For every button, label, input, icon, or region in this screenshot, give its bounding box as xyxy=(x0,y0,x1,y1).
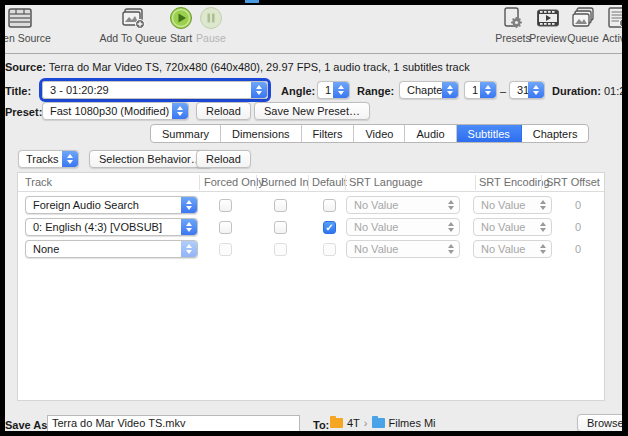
track-popup-chevrons-icon xyxy=(181,197,197,213)
srt-encoding-chevrons-icon xyxy=(535,197,551,213)
srt-language-chevrons-icon xyxy=(443,241,459,257)
title-popup[interactable]: 3 - 01:20:29 xyxy=(42,81,268,99)
tracks-popup-value: Tracks xyxy=(19,153,62,165)
range-dash: – xyxy=(500,85,506,97)
reload-preset-button[interactable]: Reload xyxy=(196,102,251,120)
srt-language-popup[interactable]: No Value xyxy=(346,196,460,214)
srt-encoding-value: No Value xyxy=(474,221,535,233)
save-as-field[interactable]: Terra do Mar Video TS.mkv xyxy=(47,415,300,432)
range-type-popup[interactable]: Chapters xyxy=(399,81,459,99)
srt-encoding-popup[interactable]: No Value xyxy=(473,218,552,236)
presets-label: Presets xyxy=(495,32,531,44)
section-tabs: Summary Dimensions Filters Video Audio S… xyxy=(150,124,589,143)
track-popup-value: 0: English (4:3) [VOBSUB] xyxy=(26,221,181,233)
table-row: 0: English (4:3) [VOBSUB] No Value No Va… xyxy=(18,216,604,238)
default-checkbox[interactable] xyxy=(323,243,336,256)
angle-label: Angle: xyxy=(281,85,315,97)
tab-video[interactable]: Video xyxy=(354,125,405,142)
srt-language-value: No Value xyxy=(347,243,443,255)
source-label: Source: xyxy=(5,61,46,73)
activity-label: Activity xyxy=(602,32,628,44)
blue-folder-icon xyxy=(372,418,385,428)
activity-icon: i xyxy=(606,6,628,30)
activity-button[interactable]: i Activity xyxy=(597,6,628,44)
presets-icon xyxy=(500,6,526,30)
tab-subtitles[interactable]: Subtitles xyxy=(457,125,522,142)
srt-encoding-value: No Value xyxy=(474,243,535,255)
forced-only-checkbox[interactable] xyxy=(219,243,232,256)
burned-in-checkbox[interactable] xyxy=(274,199,287,212)
track-popup-chevrons-icon xyxy=(181,219,197,235)
track-popup-chevrons-icon xyxy=(181,241,197,257)
burned-in-checkbox[interactable] xyxy=(274,243,287,256)
col-forced-only: Forced Only xyxy=(204,176,264,188)
preset-popup[interactable]: Fast 1080p30 (Modified) xyxy=(42,102,189,120)
save-new-preset-button[interactable]: Save New Preset… xyxy=(254,102,370,120)
to-label: To: xyxy=(313,419,329,431)
track-popup[interactable]: None xyxy=(25,240,198,258)
range-type-value: Chapters xyxy=(400,84,442,96)
destination-path[interactable]: 4T › Filmes Mi xyxy=(330,417,436,429)
orange-folder-icon xyxy=(330,418,343,428)
tracks-popup[interactable]: Tracks xyxy=(18,150,79,168)
browse-button[interactable]: Browse xyxy=(577,414,628,432)
angle-popup[interactable]: 1 xyxy=(317,81,350,99)
default-checkbox[interactable] xyxy=(323,221,336,234)
forced-only-checkbox[interactable] xyxy=(219,199,232,212)
srt-encoding-chevrons-icon xyxy=(535,241,551,257)
table-header: Track Forced Only Burned In Default SRT … xyxy=(18,173,604,192)
tab-audio[interactable]: Audio xyxy=(405,125,456,142)
track-popup[interactable]: 0: English (4:3) [VOBSUB] xyxy=(25,218,198,236)
col-default: Default xyxy=(312,176,347,188)
tab-filters[interactable]: Filters xyxy=(302,125,355,142)
srt-encoding-popup[interactable]: No Value xyxy=(473,240,552,258)
duration-value: 01:20:29 xyxy=(604,85,628,97)
srt-language-chevrons-icon xyxy=(443,219,459,235)
range-from-popup[interactable]: 1 xyxy=(464,81,497,99)
handbrake-window: Open Source Add To Queue xyxy=(0,0,628,436)
forced-only-checkbox[interactable] xyxy=(219,221,232,234)
range-from-value: 1 xyxy=(465,84,480,96)
open-source-button[interactable]: Open Source xyxy=(0,6,52,44)
add-to-queue-button[interactable]: Add To Queue xyxy=(101,6,165,44)
save-as-label: Save As: xyxy=(5,419,51,431)
srt-language-value: No Value xyxy=(347,221,443,233)
angle-popup-value: 1 xyxy=(318,84,333,96)
pause-button[interactable]: Pause xyxy=(191,6,231,44)
range-type-chevrons-icon xyxy=(442,82,458,98)
duration: Duration: 01:20:29 xyxy=(552,85,628,97)
srt-language-popup[interactable]: No Value xyxy=(346,240,460,258)
window-edge-artifact xyxy=(245,0,259,3)
range-to-popup[interactable]: 31 xyxy=(509,81,545,99)
title-label: Title: xyxy=(5,85,31,97)
selection-behavior-button[interactable]: Selection Behavior… xyxy=(89,150,212,168)
srt-offset-value: 0 xyxy=(558,221,598,233)
tab-chapters[interactable]: Chapters xyxy=(522,125,589,142)
default-checkbox[interactable] xyxy=(323,199,336,212)
srt-offset-value: 0 xyxy=(558,243,598,255)
presets-button[interactable]: Presets xyxy=(493,6,533,44)
tab-dimensions[interactable]: Dimensions xyxy=(221,125,301,142)
add-to-queue-icon xyxy=(120,6,146,30)
open-source-icon xyxy=(7,6,33,30)
track-popup[interactable]: Foreign Audio Search xyxy=(25,196,198,214)
pause-icon xyxy=(198,6,224,30)
preview-button[interactable]: Preview xyxy=(528,6,568,44)
srt-offset-value: 0 xyxy=(558,199,598,211)
srt-language-popup[interactable]: No Value xyxy=(346,218,460,236)
reload-tracks-button[interactable]: Reload xyxy=(196,150,251,168)
srt-encoding-popup[interactable]: No Value xyxy=(473,196,552,214)
preview-icon xyxy=(535,6,561,30)
range-to-value: 31 xyxy=(510,84,528,96)
queue-label: Queue xyxy=(567,32,599,44)
tracks-popup-chevrons-icon xyxy=(62,151,78,167)
queue-icon xyxy=(570,6,596,30)
srt-language-chevrons-icon xyxy=(443,197,459,213)
burned-in-checkbox[interactable] xyxy=(274,221,287,234)
col-srt-encoding: SRT Encoding xyxy=(479,176,550,188)
tab-summary[interactable]: Summary xyxy=(151,125,221,142)
path-root: 4T xyxy=(347,417,360,429)
col-srt-offset: SRT Offset xyxy=(546,176,600,188)
preset-label: Preset: xyxy=(5,106,42,118)
open-source-label: Open Source xyxy=(0,32,51,44)
